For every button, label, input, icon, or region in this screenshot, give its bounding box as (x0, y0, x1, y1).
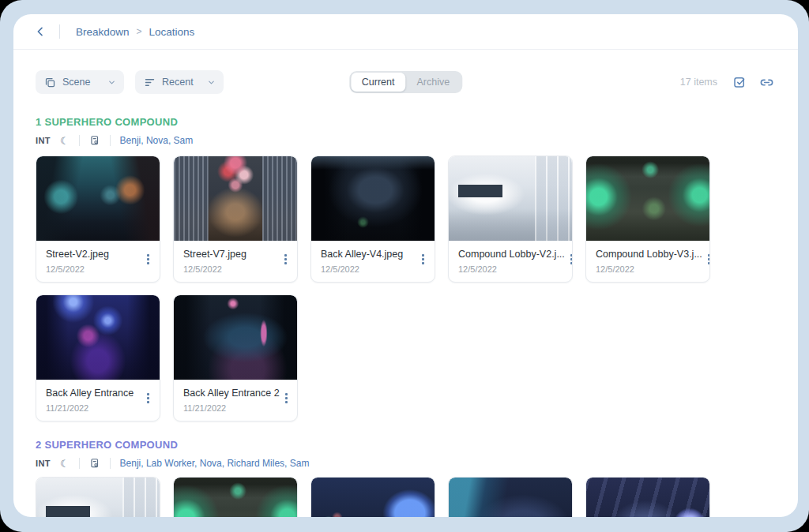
scenes-icon (44, 77, 56, 88)
file-date: 12/5/2022 (183, 264, 246, 274)
location-thumbnail (174, 478, 297, 517)
card-grid (36, 477, 776, 517)
cast-list[interactable]: Benji, Lab Worker, Nova, Richard Miles, … (120, 458, 310, 469)
toolbar-right: 17 items (680, 73, 776, 92)
file-date: 12/5/2022 (321, 264, 403, 274)
location-card[interactable]: Back Alley Entrance 11/21/2022 (36, 294, 160, 421)
select-items-button[interactable] (730, 73, 749, 92)
file-name: Compound Lobby-V3.j... (596, 249, 702, 260)
file-date: 11/21/2022 (46, 403, 134, 413)
file-name: Street-V7.jpeg (183, 249, 246, 260)
location-thumbnail (586, 156, 709, 241)
sort-icon (144, 77, 156, 88)
file-date: 12/5/2022 (458, 264, 565, 274)
breadcrumb-separator: > (137, 26, 142, 37)
file-date: 12/5/2022 (596, 264, 702, 274)
script-icon[interactable] (89, 135, 100, 146)
meta-divider (110, 135, 111, 146)
card-menu-button[interactable] (279, 250, 292, 268)
section-title: 1 SUPERHERO COMPOUND (36, 116, 776, 128)
breadcrumb-locations[interactable]: Locations (149, 26, 195, 38)
location-thumbnail (36, 478, 160, 517)
file-name: Back Alley-V4.jpeg (321, 249, 403, 260)
location-card[interactable] (173, 477, 298, 517)
meta-divider (110, 458, 111, 469)
int-ext-label: INT (36, 459, 51, 468)
section-meta: INT ☾ Benji, Nova, Sam (36, 135, 776, 146)
section-title: 2 SUPERHERO COMPOUND (36, 439, 776, 451)
location-thumbnail (311, 156, 435, 241)
location-card[interactable]: Street-V2.jpeg 12/5/2022 (36, 155, 160, 283)
meta-divider (79, 135, 80, 146)
meta-divider (79, 458, 80, 469)
location-thumbnail (586, 478, 709, 517)
chevron-down-icon (107, 78, 116, 87)
file-name: Back Alley Entrance 2 (183, 388, 280, 399)
file-name: Back Alley Entrance (46, 388, 134, 399)
current-archive-toggle: Current Archive (349, 71, 462, 93)
location-thumbnail (174, 156, 297, 241)
location-card[interactable] (448, 477, 573, 517)
items-count: 17 items (680, 77, 717, 88)
header: Breakdown > Locations (13, 14, 798, 50)
file-name: Street-V2.jpeg (46, 249, 109, 260)
scene-filter-dropdown[interactable]: Scene (36, 70, 124, 94)
tab-archive[interactable]: Archive (406, 73, 461, 92)
file-date: 12/5/2022 (46, 264, 109, 274)
toolbar: Scene Recent Current Archive 17 items (36, 70, 776, 94)
card-menu-button[interactable] (280, 389, 293, 407)
sort-label: Recent (162, 77, 207, 88)
card-menu-button[interactable] (565, 250, 573, 268)
location-card[interactable]: Back Alley Entrance 2 11/21/2022 (173, 294, 298, 421)
file-name: Compound Lobby-V2.j... (458, 249, 565, 260)
checkbox-check-icon (732, 75, 747, 89)
location-thumbnail (36, 156, 160, 241)
main-window: Breakdown > Locations Scene Recent (13, 14, 798, 517)
file-date: 11/21/2022 (183, 403, 280, 413)
location-card[interactable] (585, 477, 710, 517)
location-card[interactable] (310, 477, 435, 517)
card-grid: Street-V2.jpeg 12/5/2022 Street-V7.jpeg … (36, 155, 776, 421)
scene-section-1: 1 SUPERHERO COMPOUND INT ☾ Benji, Nova, … (36, 116, 776, 421)
scene-section-2: 2 SUPERHERO COMPOUND INT ☾ Benji, Lab Wo… (36, 439, 776, 517)
location-thumbnail (449, 156, 572, 241)
breadcrumb: Breakdown > Locations (76, 26, 194, 38)
card-menu-button[interactable] (141, 389, 155, 407)
link-button[interactable] (757, 73, 776, 92)
app-background: Breakdown > Locations Scene Recent (0, 0, 809, 532)
chevron-down-icon (207, 78, 216, 87)
location-card[interactable]: Compound Lobby-V3.j... 12/5/2022 (585, 155, 710, 283)
int-ext-label: INT (36, 136, 51, 145)
tab-current[interactable]: Current (351, 73, 406, 92)
cast-list[interactable]: Benji, Nova, Sam (120, 135, 194, 146)
sort-dropdown[interactable]: Recent (135, 70, 224, 94)
script-icon[interactable] (89, 458, 100, 469)
location-thumbnail (449, 478, 572, 517)
location-thumbnail (174, 295, 297, 380)
moon-icon: ☾ (60, 136, 70, 146)
location-thumbnail (36, 295, 160, 380)
card-menu-button[interactable] (416, 250, 430, 268)
card-menu-button[interactable] (141, 250, 155, 268)
header-divider (59, 24, 60, 39)
location-card[interactable]: Street-V7.jpeg 12/5/2022 (173, 155, 298, 283)
breadcrumb-breakdown[interactable]: Breakdown (76, 26, 130, 38)
scene-filter-label: Scene (62, 77, 107, 88)
link-icon (759, 75, 774, 90)
location-card[interactable] (36, 477, 160, 517)
location-card[interactable]: Back Alley-V4.jpeg 12/5/2022 (310, 155, 435, 283)
back-button[interactable] (31, 22, 50, 41)
location-thumbnail (311, 478, 435, 517)
card-menu-button[interactable] (702, 250, 710, 268)
chevron-left-icon (34, 25, 47, 38)
section-meta: INT ☾ Benji, Lab Worker, Nova, Richard M… (36, 458, 776, 469)
location-card[interactable]: Compound Lobby-V2.j... 12/5/2022 (448, 155, 573, 283)
moon-icon: ☾ (60, 459, 70, 469)
